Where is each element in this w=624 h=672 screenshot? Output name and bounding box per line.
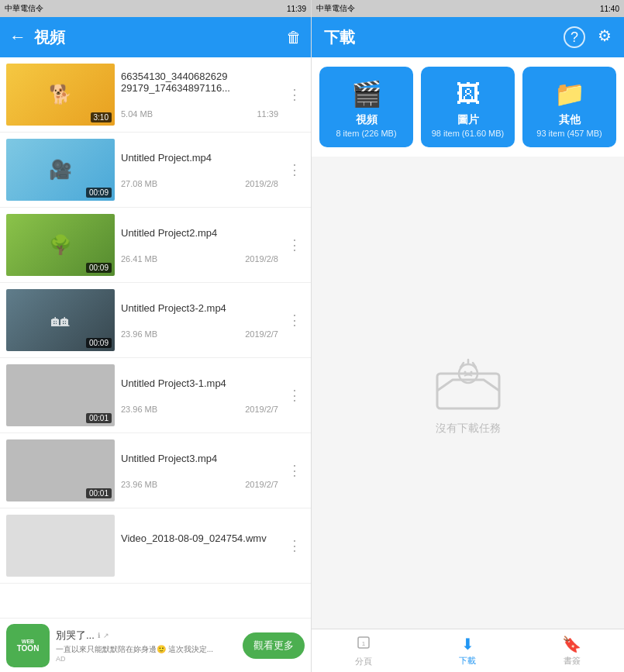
video-menu-0[interactable]: ⋮ [284,83,305,106]
svg-point-3 [470,370,472,373]
back-button[interactable]: ← [9,27,26,47]
video-info-2: Untitled Project2.mp4 26.41 MB 2019/2/8 [115,224,284,267]
left-header: ← 視頻 🗑 [0,17,311,57]
video-duration-3: 00:09 [86,338,112,348]
nav-item-download[interactable]: ⬇ 下載 [415,635,519,667]
video-date-0: 11:39 [257,109,278,119]
download-icon: ⬇ [461,635,474,653]
video-category-count: 8 item (226 MB) [336,129,396,138]
right-status-bar: 中華電信令 11:40 [312,0,624,17]
bookmarks-icon: 🔖 [562,635,581,653]
video-info-1: Untitled Project.mp4 27.08 MB 2019/2/8 [115,149,284,191]
bottom-nav: 1 分頁 ⬇ 下載 🔖 書簽 [312,629,624,672]
video-item-1[interactable]: 🎥 00:09 Untitled Project.mp4 27.08 MB 20… [0,133,311,208]
video-item-3[interactable]: 🏘 00:09 Untitled Project3-2.mp4 23.96 MB… [0,283,311,358]
video-info-0: 66354130_344068262929179_174634897116...… [115,67,284,122]
video-date-2: 2019/2/8 [245,254,278,264]
ad-content: 別哭了... ℹ ↗ 一直以來只能默默陪在妳身邊🙂 這次我決定... AD [56,629,236,663]
video-thumb-3: 🏘 00:09 [6,289,115,351]
video-item-5[interactable]: 00:01 Untitled Project3.mp4 23.96 MB 201… [0,433,311,508]
settings-icon[interactable]: ⚙ [598,26,612,48]
image-category-icon: 🖼 [456,80,481,109]
nav-label-download: 下載 [459,655,476,667]
video-menu-4[interactable]: ⋮ [284,384,305,407]
nav-item-pages[interactable]: 1 分頁 [312,635,415,667]
pages-icon: 1 [356,635,371,654]
video-list: 🐕 3:10 66354130_344068262929179_17463489… [0,57,311,618]
video-name-3: Untitled Project3-2.mp4 [121,302,278,314]
nav-label-pages: 分頁 [355,656,372,667]
category-card-video[interactable]: 🎬 視頻 8 item (226 MB) [319,67,413,147]
video-thumb-2: 🌳 00:09 [6,214,115,276]
video-thumb-4: 00:01 [6,364,115,426]
video-meta-4: 23.96 MB 2019/2/7 [121,405,278,414]
right-panel: 中華電信令 11:40 下載 ? ⚙ 🎬 視頻 8 item (226 MB) … [312,0,624,672]
help-icon[interactable]: ? [564,26,585,48]
video-info-3: Untitled Project3-2.mp4 23.96 MB 2019/2/… [115,299,284,342]
carrier-left: 中華電信令 [5,3,43,14]
video-item-6[interactable]: Video_2018-08-09_024754.wmv ⋮ [0,508,311,584]
video-menu-2[interactable]: ⋮ [284,233,305,257]
ad-logo-web: WEB [22,639,34,644]
ad-desc: 一直以來只能默默陪在妳身邊🙂 這次我決定... [56,644,236,655]
video-category-icon: 🎬 [351,79,382,109]
video-menu-3[interactable]: ⋮ [284,308,305,332]
video-size-0: 5.04 MB [121,109,153,119]
left-status-bar: 中華電信令 11:39 [0,0,311,17]
video-item-0[interactable]: 🐕 3:10 66354130_344068262929179_17463489… [0,57,311,133]
ad-info-icon[interactable]: ℹ [98,632,100,639]
video-name-0: 66354130_344068262929179_174634897116... [121,71,278,94]
other-category-icon: 📁 [554,79,585,109]
video-meta-0: 5.04 MB 11:39 [121,109,278,119]
video-duration-4: 00:01 [86,413,112,423]
carrier-right: 中華電信令 [316,3,355,14]
ad-watch-button[interactable]: 觀看更多 [243,632,305,659]
video-meta-3: 23.96 MB 2019/2/7 [121,329,278,339]
ad-logo: WEB TOON [6,624,50,667]
svg-text:1: 1 [362,640,366,647]
video-info-4: Untitled Project3-1.mp4 23.96 MB 2019/2/… [115,374,284,417]
category-row: 🎬 視頻 8 item (226 MB) 🖼 圖片 98 item (61.60… [312,57,624,157]
svg-point-2 [464,370,466,373]
time-right: 11:40 [600,5,619,13]
video-menu-1[interactable]: ⋮ [284,158,305,181]
video-item-2[interactable]: 🌳 00:09 Untitled Project2.mp4 26.41 MB 2… [0,208,311,283]
nav-label-bookmarks: 書簽 [564,655,581,667]
left-status-left: 中華電信令 [5,3,43,14]
video-date-1: 2019/2/8 [245,179,278,188]
left-page-title: 視頻 [34,27,280,48]
nav-item-bookmarks[interactable]: 🔖 書簽 [520,635,624,667]
video-info-6: Video_2018-08-09_024754.wmv [115,529,284,563]
video-thumb-6 [6,515,115,577]
empty-state: 沒有下載任務 [312,157,624,629]
video-duration-0: 3:10 [91,112,112,122]
category-card-image[interactable]: 🖼 圖片 98 item (61.60 MB) [421,67,515,147]
other-category-count: 93 item (457 MB) [536,129,602,138]
empty-message: 沒有下載任務 [436,422,501,436]
video-date-4: 2019/2/7 [245,405,278,414]
video-duration-1: 00:09 [86,188,112,198]
ad-title: 別哭了... [56,629,95,643]
video-duration-5: 00:01 [86,488,112,498]
delete-icon[interactable]: 🗑 [286,29,302,47]
category-card-other[interactable]: 📁 其他 93 item (457 MB) [522,67,616,147]
video-size-2: 26.41 MB [121,254,157,264]
right-header: 下載 ? ⚙ [312,17,624,57]
video-date-3: 2019/2/7 [245,329,278,339]
ad-external-icon[interactable]: ↗ [103,632,109,639]
video-item-4[interactable]: 00:01 Untitled Project3-1.mp4 23.96 MB 2… [0,358,311,433]
video-menu-6[interactable]: ⋮ [284,534,305,557]
video-name-2: Untitled Project2.mp4 [121,227,278,239]
video-date-5: 2019/2/7 [245,480,278,489]
video-name-5: Untitled Project3.mp4 [121,453,278,464]
video-meta-2: 26.41 MB 2019/2/8 [121,254,278,264]
video-meta-1: 27.08 MB 2019/2/8 [121,179,278,188]
video-category-name: 視頻 [356,113,378,127]
right-page-title: 下載 [324,27,564,48]
left-panel: 中華電信令 11:39 ← 視頻 🗑 🐕 3:10 66354130_34406… [0,0,312,672]
video-meta-5: 23.96 MB 2019/2/7 [121,480,278,489]
video-thumb-0: 🐕 3:10 [6,64,115,126]
left-status-right: 11:39 [287,5,306,13]
video-menu-5[interactable]: ⋮ [284,459,305,482]
video-size-1: 27.08 MB [121,179,157,188]
